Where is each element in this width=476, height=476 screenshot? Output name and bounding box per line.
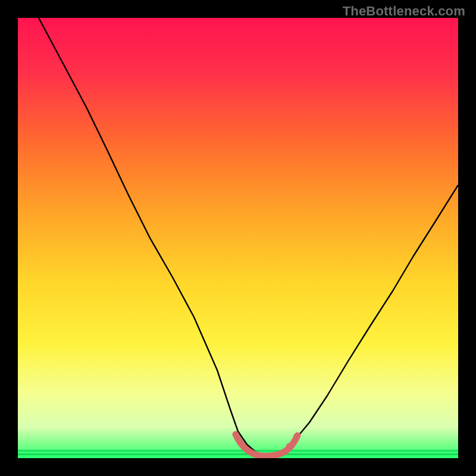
- watermark-text: TheBottleneck.com: [343, 4, 465, 19]
- svg-point-7: [246, 448, 252, 454]
- svg-point-8: [254, 452, 260, 458]
- optimal-zone-highlight: [18, 18, 458, 458]
- svg-point-12: [286, 443, 292, 449]
- svg-point-5: [233, 431, 239, 437]
- svg-point-13: [293, 434, 299, 440]
- chart-frame: TheBottleneck.com: [0, 0, 476, 476]
- svg-point-6: [239, 441, 245, 447]
- svg-point-11: [279, 450, 285, 456]
- plot-area: [18, 18, 458, 458]
